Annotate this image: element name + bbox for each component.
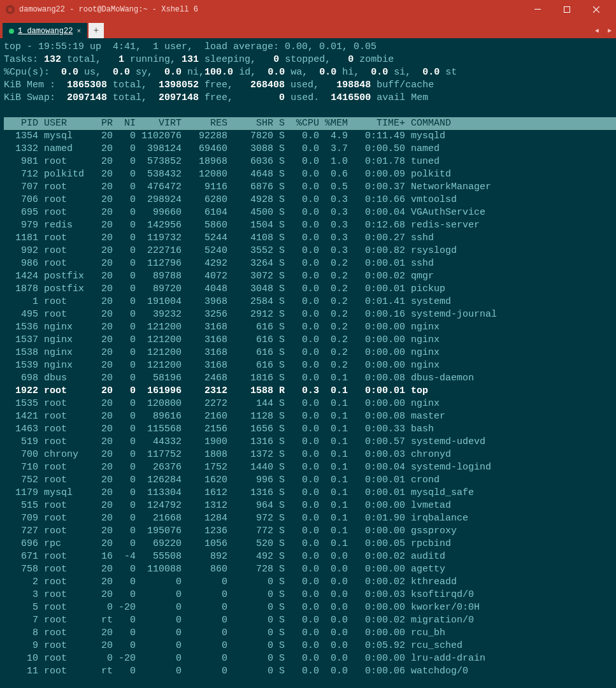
- process-row: 695 root 20 0 99660 6104 4500 S 0.0 0.3 …: [4, 206, 616, 219]
- process-row: 979 redis 20 0 142956 5860 1504 S 0.0 0.…: [4, 219, 616, 232]
- close-button[interactable]: [582, 0, 611, 19]
- svg-rect-2: [564, 7, 570, 13]
- process-row: 1537 nginx 20 0 121200 3168 616 S 0.0 0.…: [4, 334, 616, 347]
- process-table-header: PID USER PR NI VIRT RES SHR S %CPU %MEM …: [4, 117, 616, 130]
- minimize-button[interactable]: [523, 0, 552, 19]
- svg-rect-1: [534, 9, 541, 10]
- process-row: 1539 nginx 20 0 121200 3168 616 S 0.0 0.…: [4, 359, 616, 372]
- process-row: 712 polkitd 20 0 538432 12080 4648 S 0.0…: [4, 168, 616, 181]
- terminal-output[interactable]: top - 19:55:19 up 4:41, 1 user, load ave…: [0, 38, 616, 688]
- process-row: 752 root 20 0 126284 1620 996 S 0.0 0.1 …: [4, 474, 616, 487]
- tab-scroll-left-icon[interactable]: ◄: [591, 23, 603, 38]
- process-row: 992 root 20 0 222716 5240 3552 S 0.0 0.3…: [4, 245, 616, 257]
- tab-label: 1 damowang22: [18, 27, 73, 36]
- process-row: 727 root 20 0 195076 1236 772 S 0.0 0.1 …: [4, 525, 616, 538]
- process-row: 8 root 20 0 0 0 0 S 0.0 0.0 0:00.00 rcu_…: [4, 627, 616, 640]
- process-row: 706 root 20 0 298924 6280 4928 S 0.0 0.3…: [4, 194, 616, 206]
- process-row: 515 root 20 0 124792 1312 964 S 0.0 0.1 …: [4, 499, 616, 512]
- process-row: 1424 postfix 20 0 89788 4072 3072 S 0.0 …: [4, 270, 616, 283]
- process-row: 3 root 20 0 0 0 0 S 0.0 0.0 0:00.03 ksof…: [4, 589, 616, 601]
- process-row: 11 root rt 0 0 0 0 S 0.0 0.0 0:00.06 wat…: [4, 665, 616, 678]
- process-row: 495 root 20 0 39232 3256 2912 S 0.0 0.2 …: [4, 308, 616, 321]
- process-row: 696 rpc 20 0 69220 1056 520 S 0.0 0.1 0:…: [4, 538, 616, 550]
- process-row: 5 root 0 -20 0 0 0 S 0.0 0.0 0:00.00 kwo…: [4, 601, 616, 614]
- process-row: 9 root 20 0 0 0 0 S 0.0 0.0 0:05.92 rcu_…: [4, 640, 616, 652]
- new-tab-button[interactable]: +: [89, 23, 104, 38]
- process-row: 707 root 20 0 476472 9116 6876 S 0.0 0.5…: [4, 181, 616, 194]
- window-titlebar: damowang22 - root@DaMoWang:~ - Xshell 6: [0, 0, 616, 19]
- process-row: 700 chrony 20 0 117752 1808 1372 S 0.0 0…: [4, 448, 616, 461]
- process-row: 671 root 16 -4 55508 892 492 S 0.0 0.0 0…: [4, 550, 616, 563]
- session-tab[interactable]: 1 damowang22 ×: [3, 23, 87, 38]
- process-row: 1179 mysql 20 0 113304 1612 1316 S 0.0 0…: [4, 487, 616, 499]
- process-row: 1922 root 20 0 161996 2312 1588 R 0.3 0.…: [4, 385, 616, 398]
- status-dot-icon: [9, 29, 14, 34]
- process-row: 1463 root 20 0 115568 2156 1656 S 0.0 0.…: [4, 423, 616, 436]
- app-icon: [5, 4, 15, 15]
- process-row: 986 root 20 0 112796 4292 3264 S 0.0 0.2…: [4, 257, 616, 270]
- process-row: 1 root 20 0 191004 3968 2584 S 0.0 0.2 0…: [4, 296, 616, 308]
- process-row: 1421 root 20 0 89616 2160 1128 S 0.0 0.1…: [4, 410, 616, 423]
- process-row: 709 root 20 0 21668 1284 972 S 0.0 0.1 0…: [4, 512, 616, 525]
- tab-strip: 1 damowang22 × + ◄ ►: [0, 19, 616, 38]
- process-row: 7 root rt 0 0 0 0 S 0.0 0.0 0:00.02 migr…: [4, 614, 616, 627]
- process-row: 1536 nginx 20 0 121200 3168 616 S 0.0 0.…: [4, 321, 616, 334]
- tab-close-icon[interactable]: ×: [76, 27, 81, 35]
- window-title: damowang22 - root@DaMoWang:~ - Xshell 6: [19, 5, 523, 14]
- tab-scroll-right-icon[interactable]: ►: [603, 23, 616, 38]
- process-row: 698 dbus 20 0 58196 2468 1816 S 0.0 0.1 …: [4, 372, 616, 385]
- process-row: 1332 named 20 0 398124 69460 3088 S 0.0 …: [4, 143, 616, 155]
- process-row: 10 root 0 -20 0 0 0 S 0.0 0.0 0:00.00 lr…: [4, 652, 616, 665]
- maximize-button[interactable]: [552, 0, 582, 19]
- process-row: 1878 postfix 20 0 89720 4048 3048 S 0.0 …: [4, 283, 616, 296]
- process-row: 1181 root 20 0 119732 5244 4108 S 0.0 0.…: [4, 232, 616, 245]
- process-row: 758 root 20 0 110088 860 728 S 0.0 0.0 0…: [4, 563, 616, 576]
- process-row: 519 root 20 0 44332 1900 1316 S 0.0 0.1 …: [4, 436, 616, 448]
- process-row: 710 root 20 0 26376 1752 1440 S 0.0 0.1 …: [4, 461, 616, 474]
- process-row: 981 root 20 0 573852 18968 6036 S 0.0 1.…: [4, 155, 616, 168]
- process-row: 1354 mysql 20 0 1102076 92288 7820 S 0.0…: [4, 130, 616, 143]
- process-row: 1538 nginx 20 0 121200 3168 616 S 0.0 0.…: [4, 347, 616, 359]
- process-row: 2 root 20 0 0 0 0 S 0.0 0.0 0:00.02 kthr…: [4, 576, 616, 589]
- process-row: 1535 root 20 0 120800 2272 144 S 0.0 0.1…: [4, 398, 616, 410]
